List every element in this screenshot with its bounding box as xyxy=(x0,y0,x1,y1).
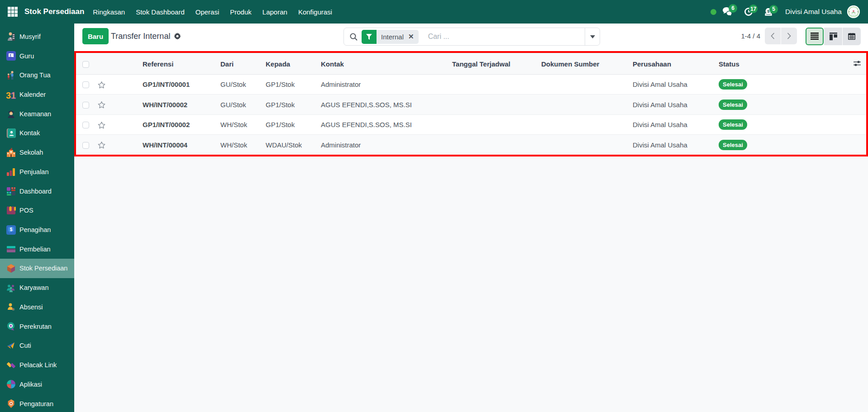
svg-text:1: 1 xyxy=(11,90,16,99)
svg-text:3: 3 xyxy=(6,90,11,99)
svg-text:$: $ xyxy=(10,227,13,232)
